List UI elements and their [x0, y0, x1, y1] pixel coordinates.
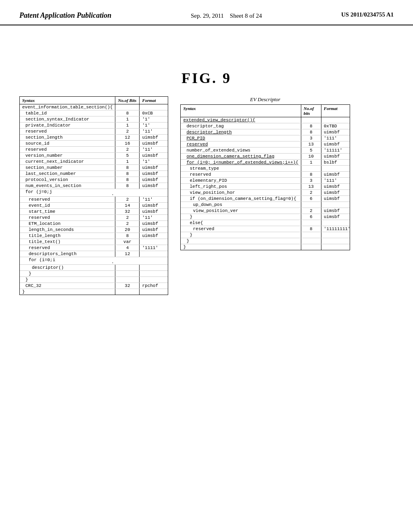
ev-format-cell: [321, 202, 350, 208]
patent-number: US 2011/0234755 A1: [341, 11, 394, 18]
table-row: descriptors_length 12: [20, 251, 168, 257]
ev-bits-cell: 10: [301, 154, 321, 159]
syntax-cell: event_information_table_section(){: [20, 104, 115, 110]
ev-table: Syntax No.of bits Format extended_view_d…: [180, 104, 350, 250]
bits-cell: [115, 265, 140, 270]
ev-bits-cell: 13: [301, 141, 321, 147]
syntax-cell: reserved: [20, 215, 115, 220]
ev-format-cell: '111': [321, 135, 350, 141]
ev-format-cell: uimsbf: [321, 190, 350, 195]
ev-syntax-cell: extended_view_descriptor(){: [181, 117, 301, 123]
left-table: Syntax No.of Bits Format event_informati…: [19, 96, 168, 295]
syntax-cell: section_length: [20, 135, 115, 140]
syntax-cell: title_length: [20, 233, 115, 239]
left-col-format: Format: [140, 97, 168, 104]
ev-bits-cell: [301, 202, 321, 208]
ev-format-cell: [321, 220, 350, 226]
bits-cell: 12: [115, 135, 140, 140]
syntax-cell: }: [20, 277, 115, 283]
table-row: last_section_number 8 uimsbf: [20, 171, 168, 177]
format-cell: uimsbf: [140, 165, 168, 170]
format-cell: [25, 195, 113, 196]
page-header: Patent Application Publication Sep. 29, …: [0, 0, 413, 25]
syntax-cell: section_syntax_Indicator: [20, 116, 115, 122]
ev-syntax-cell: number_of_extended_views: [181, 148, 301, 153]
ev-bits-cell: 2: [301, 208, 321, 214]
bits-cell: 1: [115, 159, 140, 164]
table-row: section_syntax_Indicator 1 '1': [20, 116, 168, 123]
format-cell: '1111': [140, 245, 168, 251]
ev-syntax-cell: one_dimension_camera_setting_flag: [181, 154, 301, 159]
bits-cell: [115, 289, 140, 295]
table-row: for (j=0;j: [20, 189, 168, 197]
ev-syntax-cell: elementary_PID: [181, 178, 301, 183]
ev-bits-cell: 13: [301, 184, 321, 189]
table-row: title_length 8 uimsbf: [20, 233, 168, 239]
ev-bits-cell: 1: [301, 160, 321, 165]
ev-format-cell: uimsbf: [321, 154, 350, 159]
sheet-info: Sheet 8 of 24: [230, 12, 262, 19]
ev-syntax-cell: view_position_ver: [181, 208, 301, 214]
bits-cell: 8: [115, 171, 140, 177]
ev-table-row: reserved 8 '11111111': [181, 226, 349, 232]
ev-col-format: Format: [321, 105, 350, 117]
ev-format-cell: uimsbf: [321, 208, 350, 214]
ev-syntax-cell: }: [181, 214, 301, 220]
syntax-cell: protocol_version: [20, 177, 115, 183]
format-cell: [140, 271, 168, 276]
left-col-syntax: Syntax: [20, 97, 115, 104]
ev-table-row: }: [181, 244, 349, 250]
ev-table-row: stream_type: [181, 166, 349, 172]
table-row: title_text() var: [20, 239, 168, 245]
bits-cell: 12: [115, 251, 140, 257]
ev-table-row: up_down_pos: [181, 202, 349, 208]
format-cell: [140, 277, 168, 283]
ev-format-cell: uimsbf: [321, 214, 350, 220]
format-cell: uimsbf: [140, 135, 168, 140]
bits-cell: 8: [115, 177, 140, 183]
ev-bits-cell: 8: [301, 123, 321, 129]
left-table-header: Syntax No.of Bits Format: [20, 97, 168, 104]
ev-format-cell: uimsbf: [321, 172, 350, 177]
syntax-cell: for (i=0;i: [20, 257, 115, 264]
format-cell: uimsbf: [140, 153, 168, 158]
ev-syntax-cell: else{: [181, 220, 301, 226]
syntax-cell: source_id: [20, 141, 115, 146]
ev-table-row: reserved 13 uimsbf: [181, 141, 349, 148]
ev-table-row: if (on_dimension_camera_setting_flag=0){…: [181, 196, 349, 202]
ev-col-syntax: Syntax: [181, 105, 301, 117]
bits-cell: 1: [115, 116, 140, 122]
ev-bits-cell: [301, 166, 321, 171]
ev-syntax-cell: }: [181, 244, 301, 250]
table-row: for (i=0;i: [20, 257, 168, 265]
format-cell: uimsbf: [140, 141, 168, 146]
bits-cell: 32: [115, 209, 140, 214]
bits-cell: 16: [115, 141, 140, 146]
table-row: event_information_table_section(){: [20, 104, 168, 110]
left-table-wrapper: Syntax No.of Bits Format event_informati…: [19, 96, 168, 295]
syntax-cell: title_text(): [20, 239, 115, 245]
table-row: num_events_in_section 8 uimsbf: [20, 183, 168, 189]
ev-syntax-cell: if (on_dimension_camera_setting_flag=0){: [181, 196, 301, 202]
format-cell: '1': [140, 159, 168, 164]
ev-bits-cell: 3: [301, 135, 321, 141]
syntax-cell: table_id: [20, 110, 115, 116]
syntax-cell: reserved: [20, 245, 115, 251]
left-table-body: event_information_table_section(){ table…: [20, 104, 168, 295]
table-row: event_id 14 uimsbf: [20, 203, 168, 209]
format-cell: [140, 289, 168, 295]
bits-cell: 2: [115, 215, 140, 220]
ev-bits-cell: 8: [301, 129, 321, 135]
syntax-cell: section_number: [20, 165, 115, 170]
ev-table-row: number_of_extended_views 5 '11111': [181, 148, 349, 154]
ev-bits-cell: [301, 117, 321, 123]
table-row: CRC_32 32 rpchof: [20, 283, 168, 289]
ev-bits-cell: 8: [301, 226, 321, 232]
syntax-cell: start_time: [20, 209, 115, 214]
bits-cell: 8: [115, 110, 140, 116]
bits-cell: [115, 277, 140, 283]
bits-cell: 32: [115, 283, 140, 289]
format-cell: [140, 251, 168, 257]
format-cell: 0xCB: [140, 110, 168, 116]
ev-table-row: left_right_pos 13 uimsbf: [181, 184, 349, 190]
